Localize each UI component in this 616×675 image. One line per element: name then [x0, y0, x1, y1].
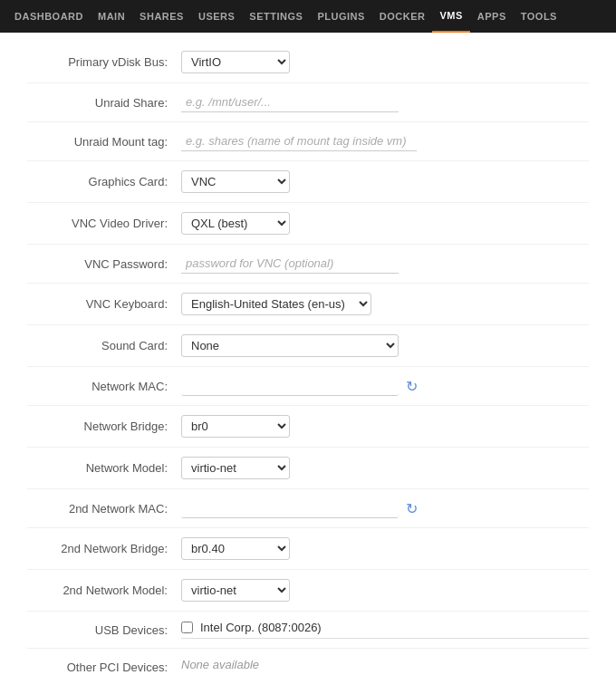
network-model-control: virtio-net e1000 rtl8139 [181, 457, 589, 479]
graphics-card-label: Graphics Card: [27, 175, 181, 188]
primary-vdisk-bus-select[interactable]: VirtIO IDE SCSI [181, 51, 290, 73]
nav-item-settings[interactable]: SETTINGS [242, 0, 310, 33]
network2-bridge-select[interactable]: br0 br0.40 [181, 537, 290, 560]
network-model-label: Network Model: [27, 461, 181, 475]
usb-devices-row: USB Devices: Intel Corp. (8087:0026) [27, 612, 589, 649]
unraid-share-control [181, 92, 589, 112]
other-pci-row: Other PCI Devices: None available [27, 649, 589, 675]
network2-mac-label: 2nd Network MAC: [27, 502, 181, 516]
vnc-password-label: VNC Password: [27, 257, 181, 271]
network-mac-label: Network MAC: [27, 380, 181, 393]
nav-item-apps[interactable]: APPS [470, 0, 514, 33]
network2-mac-input[interactable]: 52:54:00:99:2e:9e [181, 498, 399, 518]
vnc-keyboard-select[interactable]: English-United States (en-us) German Fre… [181, 293, 371, 315]
graphics-card-row: Graphics Card: VNC None [27, 161, 589, 203]
sound-card-select[interactable]: None AC97 Intel HD Audio [181, 334, 399, 357]
graphics-card-select[interactable]: VNC None [181, 170, 290, 193]
vnc-password-input[interactable] [181, 254, 399, 274]
vnc-password-row: VNC Password: [27, 245, 589, 284]
nav-item-shares[interactable]: SHARES [132, 0, 191, 33]
vnc-keyboard-row: VNC Keyboard: English-United States (en-… [27, 284, 589, 325]
graphics-card-control: VNC None [181, 170, 589, 193]
vnc-video-driver-select[interactable]: QXL (best) virtio vga [181, 212, 290, 235]
network2-model-row: 2nd Network Model: virtio-net e1000 rtl8… [27, 570, 589, 612]
nav-item-docker[interactable]: DOCKER [372, 0, 433, 33]
vm-settings-form: Primary vDisk Bus: VirtIO IDE SCSI Unrai… [0, 33, 616, 675]
network-mac-refresh-icon[interactable]: ↻ [406, 378, 418, 395]
usb-device-checkbox[interactable] [181, 622, 193, 633]
usb-devices-control: Intel Corp. (8087:0026) [181, 621, 589, 639]
nav-item-plugins[interactable]: PLUGINS [310, 0, 371, 33]
unraid-mount-tag-label: Unraid Mount tag: [27, 135, 181, 149]
vnc-video-driver-label: VNC Video Driver: [27, 217, 181, 230]
network-mac-input[interactable]: 52:54:00:c0:47:60 [181, 376, 399, 396]
network-bridge-select[interactable]: br0 br0.40 [181, 415, 290, 438]
network2-mac-control: 52:54:00:99:2e:9e ↻ [181, 498, 589, 518]
usb-device-name: Intel Corp. (8087:0026) [200, 621, 322, 634]
network-model-select[interactable]: virtio-net e1000 rtl8139 [181, 457, 290, 479]
usb-devices-label: USB Devices: [27, 623, 181, 637]
nav-item-main[interactable]: MAIN [91, 0, 132, 33]
vnc-keyboard-control: English-United States (en-us) German Fre… [181, 293, 589, 315]
sound-card-label: Sound Card: [27, 339, 181, 352]
primary-vdisk-bus-control: VirtIO IDE SCSI [181, 51, 589, 73]
vnc-video-driver-row: VNC Video Driver: QXL (best) virtio vga [27, 203, 589, 245]
vnc-keyboard-label: VNC Keyboard: [27, 297, 181, 311]
network2-model-select[interactable]: virtio-net e1000 rtl8139 [181, 579, 290, 602]
unraid-share-label: Unraid Share: [27, 96, 181, 110]
network2-bridge-control: br0 br0.40 [181, 537, 589, 560]
network-model-row: Network Model: virtio-net e1000 rtl8139 [27, 448, 589, 489]
network2-model-control: virtio-net e1000 rtl8139 [181, 579, 589, 602]
unraid-share-input[interactable] [181, 92, 399, 112]
network2-mac-refresh-icon[interactable]: ↻ [406, 500, 418, 517]
network2-bridge-row: 2nd Network Bridge: br0 br0.40 [27, 528, 589, 570]
network-mac-row: Network MAC: 52:54:00:c0:47:60 ↻ [27, 367, 589, 406]
sound-card-row: Sound Card: None AC97 Intel HD Audio [27, 325, 589, 367]
vnc-password-control [181, 254, 589, 274]
other-pci-label: Other PCI Devices: [27, 661, 181, 674]
primary-vdisk-bus-label: Primary vDisk Bus: [27, 55, 181, 69]
nav-item-users[interactable]: USERS [191, 0, 242, 33]
nav-item-dashboard[interactable]: DASHBOARD [7, 0, 91, 33]
network-mac-control: 52:54:00:c0:47:60 ↻ [181, 376, 589, 396]
primary-vdisk-bus-row: Primary vDisk Bus: VirtIO IDE SCSI [27, 42, 589, 83]
top-navigation: DASHBOARD MAIN SHARES USERS SETTINGS PLU… [0, 0, 616, 33]
vnc-video-driver-control: QXL (best) virtio vga [181, 212, 589, 235]
network2-mac-row: 2nd Network MAC: 52:54:00:99:2e:9e ↻ [27, 489, 589, 528]
nav-item-vms[interactable]: VMS [432, 0, 469, 33]
network2-model-label: 2nd Network Model: [27, 583, 181, 597]
network2-bridge-label: 2nd Network Bridge: [27, 542, 181, 555]
other-pci-control: None available [181, 658, 589, 675]
network-bridge-label: Network Bridge: [27, 419, 181, 433]
usb-divider [181, 638, 589, 639]
unraid-mount-tag-input[interactable] [181, 131, 417, 151]
network-bridge-control: br0 br0.40 [181, 415, 589, 438]
nav-item-tools[interactable]: TOOLS [514, 0, 564, 33]
sound-card-control: None AC97 Intel HD Audio [181, 334, 589, 357]
unraid-mount-tag-control [181, 131, 589, 151]
network-bridge-row: Network Bridge: br0 br0.40 [27, 406, 589, 448]
unraid-mount-tag-row: Unraid Mount tag: [27, 122, 589, 161]
other-pci-value: None available [181, 658, 259, 671]
unraid-share-row: Unraid Share: [27, 83, 589, 122]
